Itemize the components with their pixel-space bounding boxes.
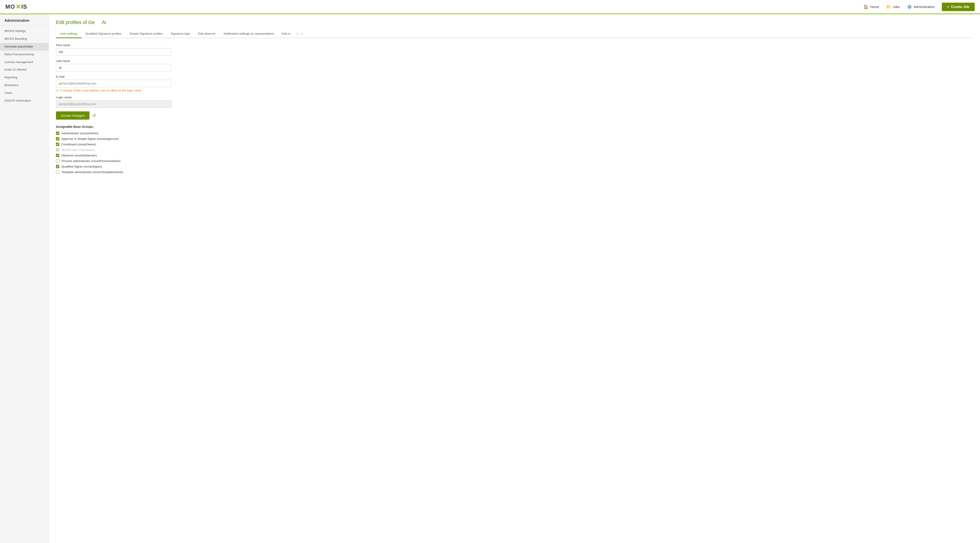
checkbox-constituent: Constituent (moxisOwner) xyxy=(56,143,973,146)
sidebar-item-reporting[interactable]: Reporting xyxy=(0,74,49,81)
sidebar-item-users[interactable]: Users xyxy=(0,89,49,97)
home-icon: 🏠 xyxy=(864,5,868,10)
checkbox-admin-input[interactable] xyxy=(56,132,59,135)
sidebar-item-moxis-branding[interactable]: MOXIS Branding xyxy=(0,35,49,43)
login-name-label: Login name xyxy=(56,96,973,99)
tab-prev-arrow[interactable]: ‹ xyxy=(295,31,299,37)
checkbox-approver-label: Approver & Simple Signer (moxisApprover) xyxy=(62,137,119,140)
checkbox-moxis-user-input xyxy=(56,148,59,152)
last-name-input[interactable] xyxy=(56,64,172,71)
tab-simple-signature[interactable]: Simple Signature profiles xyxy=(126,30,167,38)
checkbox-process-admin: Process administrator (moxisProcessAdmin… xyxy=(56,159,973,163)
last-name-group: Last name xyxy=(56,59,973,71)
checkbox-admin-label: Administrator (moxisAdmin) xyxy=(62,132,99,135)
checkbox-process-admin-label: Process administrator (moxisProcessAdmin… xyxy=(62,159,121,163)
action-buttons: Accept changes ↺ xyxy=(56,111,973,120)
layout: Administration MOXIS Settings MOXIS Bran… xyxy=(0,14,980,543)
accept-changes-button[interactable]: Accept changes xyxy=(56,111,89,120)
tab-qualified-signature[interactable]: Qualified Signature profiles xyxy=(81,30,126,38)
create-job-label: Create Job xyxy=(951,5,969,9)
tab-signature-type[interactable]: Signature type xyxy=(167,30,194,38)
gear-icon: ⚙️ xyxy=(907,5,912,10)
jobs-label: Jobs xyxy=(893,5,900,9)
sidebar-item-biometrics[interactable]: Biometrics xyxy=(0,81,49,89)
checkbox-approver: Approver & Simple Signer (moxisApprover) xyxy=(56,137,973,140)
administration-link[interactable]: ⚙️ Administration xyxy=(907,5,935,10)
email-label: E-mail xyxy=(56,75,973,78)
main-content: Edit profiles of GeAi User settings Qual… xyxy=(49,14,980,543)
page-title-lastname: Ai xyxy=(102,19,107,25)
tab-next-arrow[interactable]: › xyxy=(300,31,304,37)
email-input[interactable] xyxy=(56,80,172,87)
create-job-button[interactable]: + Create Job xyxy=(942,3,975,11)
login-name-group: Login name xyxy=(56,96,973,108)
checkbox-observer-label: Observer (moxisObserver) xyxy=(62,154,97,157)
logo-x-icon: ✕ xyxy=(16,3,21,10)
sidebar-item-retry-post-processing[interactable]: Retry Post-processing xyxy=(0,51,49,58)
tab-notification-settings[interactable]: Notification-settings as representative xyxy=(220,30,278,38)
checkbox-admin: Administrator (moxisAdmin) xyxy=(56,132,973,135)
last-name-label: Last name xyxy=(56,59,973,63)
checkbox-constituent-input[interactable] xyxy=(56,143,59,146)
checkbox-approver-input[interactable] xyxy=(56,137,59,140)
logo: MO ✕ IS xyxy=(5,3,27,10)
warning-icon: ⚠ xyxy=(56,89,59,92)
checkbox-observer: Observer (moxisObserver) xyxy=(56,154,973,157)
first-name-input[interactable] xyxy=(56,48,172,56)
page-title: Edit profiles of GeAi xyxy=(56,19,973,25)
checkbox-moxis-user: MOXIS user (moxisUser) xyxy=(56,148,973,152)
page-title-firstname: Ge xyxy=(88,19,95,25)
checkbox-process-admin-input[interactable] xyxy=(56,159,59,163)
checkbox-qualified-signer-input[interactable] xyxy=(56,165,59,168)
tabs-container: User settings Qualified Signature profil… xyxy=(56,30,973,38)
tab-user-settings[interactable]: User settings xyxy=(56,30,81,38)
tab-edit-observer[interactable]: Edit observer xyxy=(194,30,220,38)
top-nav: MO ✕ IS 🏠 Home 📁 Jobs ⚙️ Administration … xyxy=(0,0,980,14)
logo-text-after: IS xyxy=(21,3,27,10)
nav-links: 🏠 Home 📁 Jobs ⚙️ Administration + Create… xyxy=(864,3,975,11)
home-label: Home xyxy=(870,5,879,9)
checkbox-observer-input[interactable] xyxy=(56,154,59,157)
checkbox-qualified-signer-label: Qualified Signer (moxisSigner) xyxy=(62,165,102,168)
checkbox-template-admin: Template administrator (moxisTemplateAdm… xyxy=(56,170,973,174)
checkbox-template-admin-label: Template administrator (moxisTemplateAdm… xyxy=(62,170,123,174)
sidebar-item-generate-placeholder[interactable]: Generate placeholder xyxy=(0,43,49,51)
checkbox-qualified-signer: Qualified Signer (moxisSigner) xyxy=(56,165,973,168)
tab-edit-re[interactable]: Edit re xyxy=(278,30,294,38)
first-name-group: First name xyxy=(56,43,973,56)
checkbox-constituent-label: Constituent (moxisOwner) xyxy=(62,143,96,146)
administration-label: Administration xyxy=(914,5,935,9)
sidebar-item-moxis-settings[interactable]: MOXIS Settings xyxy=(0,27,49,35)
home-link[interactable]: 🏠 Home xyxy=(864,5,879,10)
page-title-prefix: Edit profiles of xyxy=(56,19,88,25)
email-warning-text: A change of the e-mail address has no ef… xyxy=(60,89,142,92)
checkbox-moxis-user-label: MOXIS user (moxisUser) xyxy=(62,148,95,152)
base-groups-title: Assignable Base Groups: xyxy=(56,125,973,129)
jobs-link[interactable]: 📁 Jobs xyxy=(886,5,900,10)
login-name-input xyxy=(56,100,172,108)
logo-text-before: MO xyxy=(5,3,15,10)
sidebar-item-license-management[interactable]: License management xyxy=(0,58,49,66)
plus-icon: + xyxy=(947,5,949,9)
checkbox-template-admin-input[interactable] xyxy=(56,170,59,174)
jobs-icon: 📁 xyxy=(886,5,891,10)
email-group: E-mail ⚠ A change of the e-mail address … xyxy=(56,75,973,92)
sidebar-item-dsgvo-information[interactable]: DSGVO Information xyxy=(0,97,49,105)
sidebar-title: Administration xyxy=(0,19,49,25)
email-warning: ⚠ A change of the e-mail address has no … xyxy=(56,89,973,92)
sidebar-item-invite-co-worker[interactable]: Invite Co-Worker xyxy=(0,66,49,74)
sidebar: Administration MOXIS Settings MOXIS Bran… xyxy=(0,14,49,543)
first-name-label: First name xyxy=(56,43,973,47)
refresh-button[interactable]: ↺ xyxy=(92,113,96,118)
